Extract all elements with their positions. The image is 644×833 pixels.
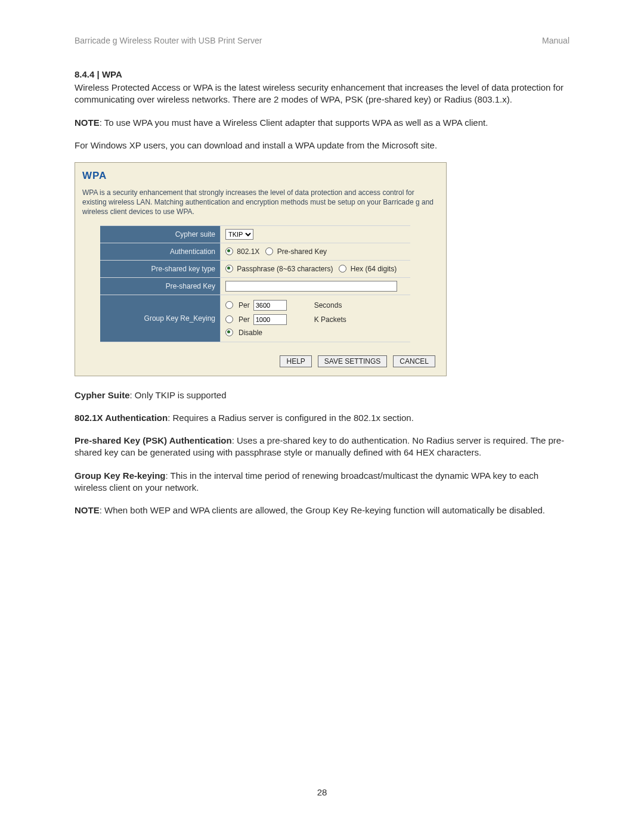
def-psk-b: Pre-shared Key (PSK) Authentication [75,435,232,445]
def-psk: Pre-shared Key (PSK) Authentication: Use… [75,435,569,459]
radio-psk-passphrase[interactable] [225,265,233,272]
note2-b: NOTE [75,505,100,515]
note2-t: : When both WEP and WPA clients are allo… [100,505,545,515]
radio-auth-psk[interactable] [265,247,273,255]
radio-rekey-disable[interactable] [225,329,233,336]
radio-rekey-seconds[interactable] [225,301,233,309]
save-settings-button[interactable]: SAVE SETTINGS [318,355,387,367]
label-cypher: Cypher suite [100,226,221,243]
def-auth-t: : Requires a Radius server is configured… [168,413,414,423]
rekey-seconds-unit: Seconds [314,301,342,309]
panel-description: WPA is a security enhancement that stron… [82,188,439,217]
def-group-rekey: Group Key Re-keying: This in the interva… [75,470,569,494]
rekey-seconds-input[interactable] [253,300,287,311]
radio-rekey-packets[interactable] [225,315,233,323]
radio-label-hex: Hex (64 digits) [351,265,397,273]
intro-paragraph: Wireless Protected Access or WPA is the … [75,82,569,106]
section-heading: 8.4.4 | WPA [75,69,569,79]
panel-button-row: HELP SAVE SETTINGS CANCEL [82,355,439,367]
row-psk-type: Pre-shared key type Passphrase (8~63 cha… [100,260,410,277]
wpa-config-panel: WPA WPA is a security enhancement that s… [75,162,447,376]
doc-type: Manual [542,36,569,45]
help-button[interactable]: HELP [280,355,311,367]
rekey-packets-unit: K Packets [314,315,346,324]
note-text: : To use WPA you must have a Wireless Cl… [100,117,488,128]
cancel-button[interactable]: CANCEL [393,355,435,367]
radio-auth-8021x[interactable] [225,247,233,255]
def-cypher: Cypher Suite: Only TKIP is supported [75,389,569,401]
def-cypher-t: : Only TKIP is supported [130,390,227,400]
rekey-per-1: Per [239,301,250,309]
label-rekeying: Group Key Re_Keying [100,295,221,342]
xp-paragraph: For Windows XP users, you can download a… [75,140,569,151]
page-number: 28 [0,787,644,797]
def-grp-b: Group Key Re-keying [75,470,166,481]
panel-title: WPA [82,170,439,182]
def-auth: 802.1X Authentication: Requires a Radius… [75,412,569,424]
radio-label-8021x: 802.1X [237,247,259,256]
label-auth: Authentication [100,243,221,260]
rekey-packets-input[interactable] [253,314,287,325]
note-label: NOTE [75,117,100,128]
rekey-per-2: Per [239,315,250,324]
psk-input[interactable] [225,281,397,292]
doc-title: Barricade g Wireless Router with USB Pri… [75,36,262,45]
radio-psk-hex[interactable] [339,265,346,272]
def-cypher-b: Cypher Suite [75,390,130,400]
row-psk: Pre-shared Key [100,277,410,295]
row-rekeying: Group Key Re_Keying Per Seconds Per K Pa… [100,295,410,342]
note-2: NOTE: When both WEP and WPA clients are … [75,504,569,516]
rekey-disable-label: Disable [239,329,262,337]
label-psk-type: Pre-shared key type [100,261,221,277]
def-auth-b: 802.1X Authentication [75,413,168,423]
row-cypher-suite: Cypher suite TKIP [100,225,410,243]
cypher-select[interactable]: TKIP [225,229,253,240]
note-1: NOTE: To use WPA you must have a Wireles… [75,117,569,129]
radio-label-psk: Pre-shared Key [277,247,327,256]
radio-label-passphrase: Passphrase (8~63 characters) [237,265,333,273]
row-authentication: Authentication 802.1X Pre-shared Key [100,243,410,260]
label-psk: Pre-shared Key [100,278,221,295]
